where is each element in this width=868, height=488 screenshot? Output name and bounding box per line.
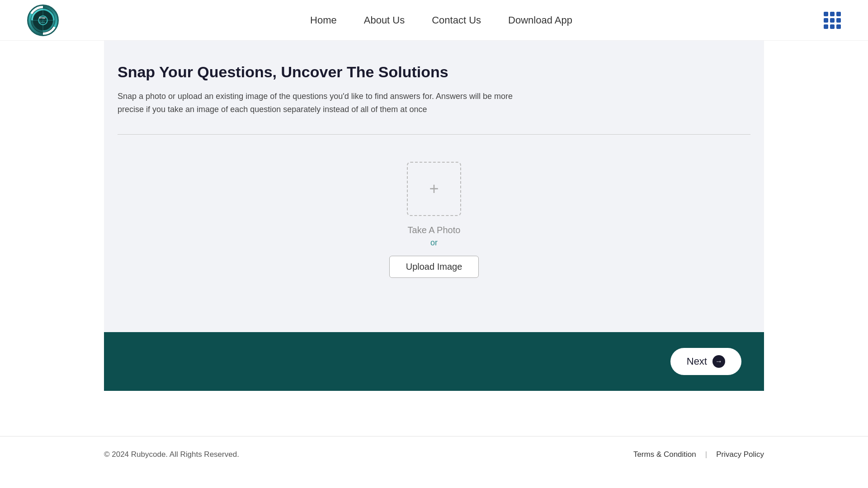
footer-divider: |: [705, 450, 707, 459]
grid-dot: [830, 18, 835, 23]
privacy-link[interactable]: Privacy Policy: [716, 450, 764, 459]
next-button-label: Next: [687, 356, 707, 367]
copyright-text: © 2024 Rubycode. All Rights Reserved.: [104, 450, 239, 459]
upload-image-button[interactable]: Upload Image: [389, 256, 479, 278]
or-label: or: [430, 238, 438, 248]
bottom-area: [0, 391, 868, 436]
nav-home[interactable]: Home: [310, 14, 337, 26]
upload-container: + Take A Photo or Upload Image: [118, 153, 750, 296]
next-button[interactable]: Next →: [670, 348, 741, 375]
logo: Snap Solve: [27, 5, 59, 36]
terms-link[interactable]: Terms & Condition: [633, 450, 696, 459]
grid-dot: [836, 12, 841, 16]
logo-icon: Snap Solve: [30, 7, 56, 33]
footer-links: Terms & Condition | Privacy Policy: [633, 450, 764, 459]
grid-dot: [836, 24, 841, 29]
grid-dot: [836, 18, 841, 23]
grid-dot: [824, 24, 828, 29]
grid-menu-icon[interactable]: [824, 12, 841, 29]
page-description: Snap a photo or upload an existing image…: [118, 90, 524, 116]
nav-download-app[interactable]: Download App: [508, 14, 572, 26]
grid-dot: [824, 18, 828, 23]
plus-icon: +: [429, 181, 439, 197]
main-content: Snap Your Questions, Uncover The Solutio…: [104, 41, 764, 332]
page-title: Snap Your Questions, Uncover The Solutio…: [118, 63, 750, 81]
header: Snap Solve Home About Us Contact Us Down…: [0, 0, 868, 41]
next-arrow-icon: →: [712, 355, 725, 368]
footer-band: Next →: [104, 332, 764, 391]
grid-dot: [830, 12, 835, 16]
svg-text:Solve: Solve: [39, 21, 45, 23]
grid-dot: [830, 24, 835, 29]
logo-area: Snap Solve: [27, 5, 59, 36]
take-photo-label: Take A Photo: [408, 225, 461, 235]
page-footer: © 2024 Rubycode. All Rights Reserved. Te…: [0, 436, 868, 473]
grid-dot: [824, 12, 828, 16]
nav-contact-us[interactable]: Contact Us: [432, 14, 481, 26]
photo-capture-box[interactable]: +: [407, 162, 461, 216]
divider: [118, 134, 750, 135]
svg-text:Snap: Snap: [39, 16, 46, 19]
main-nav: Home About Us Contact Us Download App: [310, 14, 572, 26]
nav-about-us[interactable]: About Us: [364, 14, 405, 26]
